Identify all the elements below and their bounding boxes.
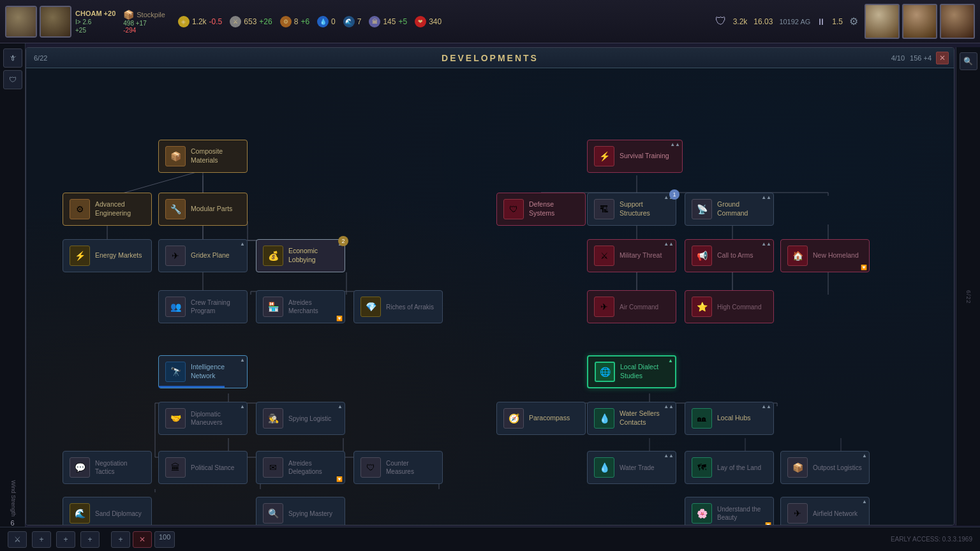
- res5-val: 7: [357, 17, 362, 26]
- intelligence-network-node[interactable]: 🔭 Intelligence Network ▲: [158, 355, 248, 388]
- atreides-delegations-label: Atreides Delegations: [288, 459, 338, 476]
- dev-val-top: 156 +4: [910, 54, 932, 62]
- composite-materials-node[interactable]: 📦 Composite Materials: [158, 140, 248, 173]
- lay-of-land-icon: 🗺: [692, 457, 712, 478]
- avatar-primary[interactable]: [5, 6, 37, 38]
- defense-systems-icon: 🛡: [503, 199, 524, 219]
- counter-measures-node[interactable]: 🛡 Counter Measures: [353, 451, 443, 484]
- res1-neg: -0.5: [209, 17, 223, 26]
- search-side-btn[interactable]: 🔍: [960, 52, 977, 70]
- resource-building: 🏛 145 +5: [369, 16, 407, 27]
- ground-command-label: Ground Command: [717, 200, 767, 217]
- corner-mark-an: ▲: [862, 499, 867, 504]
- avatar-group: [5, 6, 71, 38]
- btn-100[interactable]: 100: [154, 531, 175, 548]
- resource-droplet: 💧 0: [317, 16, 336, 27]
- new-homeland-label: New Homeland: [813, 251, 863, 260]
- corner-mark-gc: ▲▲: [761, 195, 771, 200]
- badge-1: 1: [669, 189, 679, 200]
- top-bar: CHOAM +20 I> 2.6 +25 📦 Stockpile 498 +17…: [0, 0, 980, 43]
- btn-plus-4[interactable]: +: [111, 531, 130, 548]
- close-button[interactable]: ✕: [936, 52, 949, 64]
- btn-plus-1[interactable]: +: [32, 531, 51, 548]
- paracompass-label: Paracompass: [529, 414, 579, 423]
- crew-training-node[interactable]: 👥 Crew Training Program: [158, 290, 248, 323]
- res3-val: 8: [294, 17, 299, 26]
- atreides-delegations-node[interactable]: ✉ Atreides Delegations 🔽: [256, 451, 345, 484]
- advanced-engineering-node[interactable]: ⚙ Advanced Engineering: [63, 193, 152, 226]
- high-command-node[interactable]: ⭐ High Command: [685, 290, 774, 323]
- stockpile-val: 498 +17: [123, 20, 165, 27]
- political-stance-node[interactable]: 🏛 Political Stance: [158, 451, 248, 484]
- high-command-label: High Command: [717, 303, 767, 311]
- sand-diplomacy-node[interactable]: 🌊 Sand Diplomacy: [63, 497, 152, 525]
- choam-sub: I> 2.6: [75, 18, 115, 26]
- spying-logistic-node[interactable]: 🕵 Spying Logistic ▲: [256, 402, 345, 435]
- air-command-node[interactable]: ✈ Air Command: [587, 290, 676, 323]
- spying-logistic-label: Spying Logistic: [288, 415, 338, 423]
- riches-arrakis-node[interactable]: 💎 Riches of Arrakis: [353, 290, 443, 323]
- btn-plus-2[interactable]: +: [56, 531, 75, 548]
- btn-x[interactable]: ✕: [133, 531, 152, 548]
- lay-of-land-node[interactable]: 🗺 Lay of the Land: [685, 451, 774, 484]
- economic-lobbying-node[interactable]: 💰 Economic Lobbying ▲ 2: [256, 239, 345, 272]
- btn-sword[interactable]: ⚔: [8, 531, 27, 548]
- btn-plus-3[interactable]: +: [80, 531, 100, 548]
- spying-mastery-node[interactable]: 🔍 Spying Mastery: [256, 497, 345, 525]
- gear-icon: ⚙: [280, 16, 292, 27]
- advanced-engineering-icon: ⚙: [70, 199, 90, 219]
- corner-mark-in: ▲: [240, 357, 245, 363]
- avatar-secondary[interactable]: [40, 6, 71, 38]
- resource-hp: ❤ 340: [415, 16, 442, 27]
- gridex-plane-node[interactable]: ✈ Gridex Plane ▲: [158, 239, 248, 272]
- energy-markets-node[interactable]: ⚡ Energy Markets: [63, 239, 152, 272]
- support-structures-node[interactable]: 🏗 Support Structures ▲▲ 1: [587, 193, 676, 226]
- atreides-merchants-node[interactable]: 🏪 Atreides Merchants 🔽: [256, 290, 345, 323]
- filter-count: 6/22: [34, 54, 47, 62]
- airfield-network-icon: ✈: [787, 503, 808, 524]
- choam-plus: +25: [75, 27, 115, 34]
- portrait-1[interactable]: [865, 4, 900, 39]
- understand-beauty-node[interactable]: 🌸 Understand the Beauty 🔽: [685, 497, 774, 525]
- badge-el: 2: [338, 236, 348, 246]
- call-to-arms-node[interactable]: 📢 Call to Arms ▲▲: [685, 239, 774, 272]
- sidebar-icon-1[interactable]: 🗡: [3, 48, 22, 68]
- defense-systems-node[interactable]: 🛡 Defense Systems: [496, 193, 586, 226]
- airfield-network-node[interactable]: ✈ Airfield Network ▲: [780, 497, 870, 525]
- btn-group-2: + ✕ 100: [111, 531, 175, 548]
- water-sellers-node[interactable]: 💧 Water Sellers Contacts ▲▲: [587, 402, 676, 435]
- high-command-icon: ⭐: [692, 297, 712, 317]
- negotiation-tactics-icon: 💬: [70, 457, 90, 478]
- local-dialect-node[interactable]: 🌐 Local Dialect Studies ▲: [587, 355, 676, 388]
- portrait-3[interactable]: [940, 4, 975, 39]
- counter-measures-icon: 🛡: [360, 457, 381, 478]
- support-structures-icon: 🏗: [594, 199, 614, 219]
- air-command-label: Air Command: [620, 303, 669, 311]
- survival-training-node[interactable]: ⚡ Survival Training ▲▲: [587, 140, 683, 173]
- local-hubs-node[interactable]: 🏘 Local Hubs ▲▲: [685, 402, 774, 435]
- water-trade-node[interactable]: 💧 Water Trade ▲▲: [587, 451, 676, 484]
- lay-of-land-label: Lay of the Land: [717, 464, 767, 472]
- portraits-right: [865, 4, 975, 39]
- res2-val: 653: [244, 17, 256, 26]
- corner-mark-cta: ▲▲: [761, 241, 771, 247]
- portrait-2[interactable]: [902, 4, 937, 39]
- outpost-logistics-label: Outpost Logistics: [813, 464, 863, 472]
- call-to-arms-label: Call to Arms: [717, 251, 767, 260]
- survival-training-label: Survival Training: [620, 152, 676, 161]
- modular-parts-node[interactable]: 🔧 Modular Parts: [158, 193, 248, 226]
- modular-parts-label: Modular Parts: [191, 205, 241, 214]
- military-threat-icon: ⚔: [594, 246, 614, 266]
- diplomatic-maneuvers-node[interactable]: 🤝 Diplomatic Maneuvers ▲: [158, 402, 248, 435]
- water-sellers-label: Water Sellers Contacts: [620, 409, 669, 427]
- understand-beauty-icon: 🌸: [692, 503, 712, 524]
- negotiation-tactics-node[interactable]: 💬 Negotiation Tactics: [63, 451, 152, 484]
- new-homeland-node[interactable]: 🏠 New Homeland 🔽: [780, 239, 870, 272]
- paracompass-node[interactable]: 🧭 Paracompass: [496, 402, 586, 435]
- military-threat-node[interactable]: ⚔ Military Threat ▲▲: [587, 239, 676, 272]
- ground-command-node[interactable]: 📡 Ground Command ▲▲: [685, 193, 774, 226]
- sidebar-icon-2[interactable]: 🛡: [3, 70, 22, 89]
- gold-icon: ◈: [178, 16, 189, 27]
- outpost-logistics-node[interactable]: 📦 Outpost Logistics ▲: [780, 451, 870, 484]
- canvas-area[interactable]: 📦 Composite Materials ⚡ Survival Trainin…: [26, 68, 954, 525]
